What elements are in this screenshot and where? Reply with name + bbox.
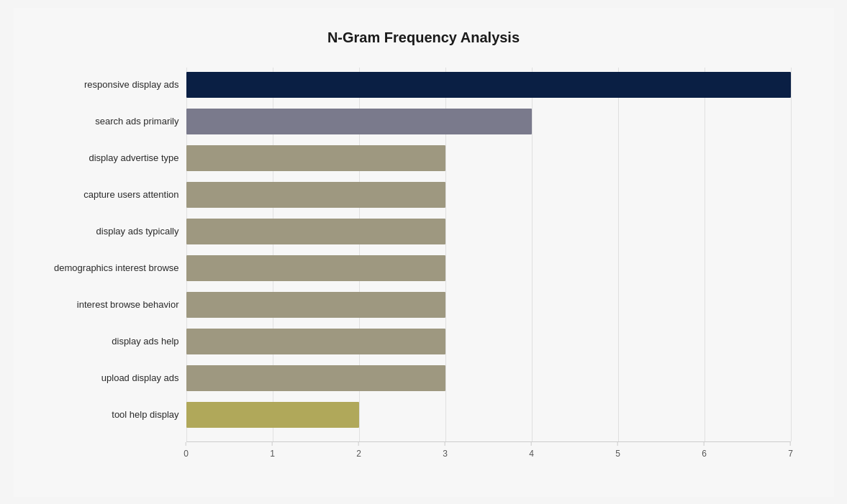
bar-row: tool help display [186, 398, 791, 432]
bar [186, 145, 445, 171]
bar-row: search ads primarily [186, 104, 791, 139]
x-tick-line [358, 442, 359, 446]
x-tick: 4 [529, 442, 534, 459]
bar-label: interest browse behavior [21, 299, 179, 310]
bar-label: display advertise type [21, 152, 179, 163]
bar-label: tool help display [21, 409, 179, 420]
bar-row: upload display ads [186, 361, 791, 395]
bar-label: display ads help [21, 336, 179, 347]
bar-label: search ads primarily [21, 116, 179, 127]
x-tick: 5 [615, 442, 620, 459]
x-tick-label: 3 [443, 449, 448, 459]
x-tick: 7 [788, 442, 793, 459]
x-tick-label: 0 [184, 449, 189, 459]
x-tick: 6 [702, 442, 707, 459]
bar [186, 182, 445, 208]
x-tick-line [272, 442, 273, 446]
x-tick-label: 5 [615, 449, 620, 459]
chart-container: N-Gram Frequency Analysis responsive dis… [14, 8, 834, 497]
x-tick: 2 [356, 442, 361, 459]
x-tick-label: 7 [788, 449, 793, 459]
x-tick: 3 [443, 442, 448, 459]
bar [186, 72, 791, 98]
chart-area: responsive display adssearch ads primari… [186, 68, 791, 441]
bar [186, 402, 359, 428]
bar-label: demographics interest browse [21, 262, 179, 273]
x-tick-line [186, 442, 186, 446]
bar-row: display ads help [186, 324, 791, 359]
bar-label: capture users attention [21, 189, 179, 200]
bar-label: display ads typically [21, 226, 179, 237]
x-axis: 01234567 Frequency [186, 441, 791, 470]
bar-row: display advertise type [186, 141, 791, 175]
x-tick-line [445, 442, 445, 446]
bar-row: demographics interest browse [186, 251, 791, 285]
x-tick-line [704, 442, 705, 446]
x-tick: 1 [270, 442, 275, 459]
bar-label: responsive display ads [21, 79, 179, 90]
gridline [791, 68, 792, 441]
x-tick-line [617, 442, 618, 446]
x-tick-line [790, 442, 791, 446]
bar-row: display ads typically [186, 214, 791, 249]
bar [186, 365, 445, 391]
bar-row: responsive display ads [186, 68, 791, 102]
x-tick: 0 [184, 442, 189, 459]
bar [186, 109, 532, 134]
x-tick-line [531, 442, 532, 446]
x-tick-label: 6 [702, 449, 707, 459]
x-tick-label: 2 [356, 449, 361, 459]
bar [186, 329, 445, 354]
bar [186, 292, 445, 318]
bar [186, 255, 445, 281]
x-tick-label: 1 [270, 449, 275, 459]
bar-row: interest browse behavior [186, 288, 791, 322]
chart-title: N-Gram Frequency Analysis [57, 29, 791, 46]
bar [186, 219, 445, 244]
x-tick-label: 4 [529, 449, 534, 459]
bars-container: responsive display adssearch ads primari… [186, 68, 791, 432]
bar-row: capture users attention [186, 178, 791, 212]
bar-label: upload display ads [21, 372, 179, 383]
